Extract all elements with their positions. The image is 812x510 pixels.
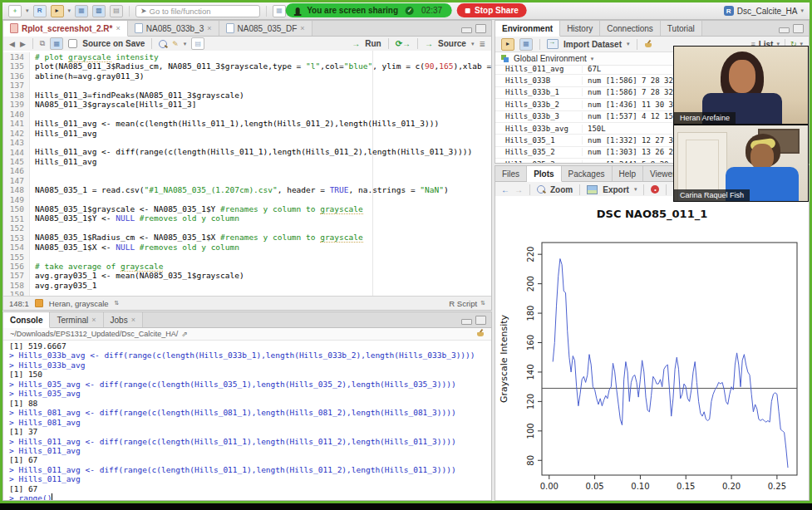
source-caret-icon[interactable]: ▾ [471,41,475,47]
import-caret-icon[interactable]: ▾ [627,41,630,47]
environment-tabbar: Environment History Connections Tutorial [495,21,809,37]
open-directory-icon[interactable]: ⇗ [181,330,188,338]
y-tick-label: 220 [526,247,535,262]
load-workspace-icon[interactable]: ▸ [501,38,514,51]
maximize-pane-icon[interactable] [793,24,804,33]
plot-title: DSC NAO85_011_1 [495,208,809,220]
minimize-pane-icon[interactable] [461,319,472,325]
file-type-selector[interactable]: R Script [449,299,477,308]
close-tab-icon[interactable]: × [131,316,135,324]
console-line: [1] 519.6667 [9,341,485,351]
code-line [35,138,491,147]
tab-na085-035-df[interactable]: NA085_035_DF × [219,21,312,36]
tab-na085-033b-3[interactable]: NA085_033b_3 × [128,21,219,36]
console-line: > Hills_035_avg <- diff(range(c(length(H… [9,380,485,389]
close-tab-icon[interactable]: × [116,24,120,32]
code-lines: # plot grayscale intensityplot(NA085_011… [35,52,491,297]
goto-icon: ➤ [140,7,147,15]
print-icon[interactable]: ▤ [110,5,123,17]
remove-plot-icon[interactable]: • [651,185,659,194]
code-line: Hills_011_avg <- mean(c(length(Hills_011… [35,119,491,128]
code-line: NA085_035_1$grayscale <- NA085_035_1$Y #… [35,204,491,213]
tab-label: NA085_035_DF [238,24,298,33]
tab-plots[interactable]: Plots [527,166,561,182]
tab-help[interactable]: Help [613,166,644,181]
open-file-icon[interactable]: ▸ [51,5,64,17]
new-file-caret-icon[interactable]: ▾ [26,7,29,14]
zoom-plot-icon [537,185,545,194]
close-tab-icon[interactable]: × [207,24,211,32]
run-button[interactable]: Run [365,39,381,48]
clear-console-icon[interactable] [476,329,485,337]
tab-history[interactable]: History [560,21,600,36]
save-workspace-icon[interactable]: ▦ [519,38,533,51]
tab-rplot-screenshot[interactable]: Rplot_screenshot_2.R* × [3,21,128,37]
project-menu[interactable]: R Dsc_Calcite_HA ▾ [724,6,804,16]
environment-cubes-icon [501,55,509,63]
toolbar-separator [129,6,130,17]
export-plot-button[interactable]: Export [603,185,629,194]
minimize-pane-icon[interactable] [461,27,472,33]
new-file-icon[interactable]: ＋ [8,5,22,17]
code-tools-icon[interactable]: ✎ [172,40,179,48]
tab-environment[interactable]: Environment [495,21,560,37]
filetype-caret-icon: ⇅ [480,300,485,306]
console-line: [1] 150 [9,370,485,379]
share-status-pill: You are screen sharing ✓ 02:37 [285,3,452,17]
console-output[interactable]: [1] 519.6667> Hills_033b_avg <- diff(ran… [3,340,491,500]
code-editor[interactable]: 1341351361371381391401411421431441451461… [3,51,491,297]
open-recent-caret-icon[interactable]: ▾ [68,7,71,14]
maximize-pane-icon[interactable] [475,316,486,325]
webcam-video-heran[interactable]: Heran Arefaine [673,46,809,125]
export-caret-icon[interactable]: ▾ [634,186,637,193]
save-all-icon[interactable]: ▩ [92,5,106,17]
tab-files[interactable]: Files [495,166,527,181]
code-line: NA085_035_1$Radius_cm <- NA085_035_1$X #… [35,233,491,242]
webcam-video-carina[interactable]: Carina Raquel Fish [673,125,809,202]
code-line [35,176,491,185]
tab-terminal[interactable]: Terminal × [50,312,103,327]
save-doc-icon[interactable]: ▦ [50,37,63,50]
new-project-icon[interactable]: R [33,5,47,17]
close-tab-icon[interactable]: × [300,24,304,32]
addins-grid-icon[interactable]: ▦ [273,5,286,17]
import-dataset-button[interactable]: Import Dataset [563,40,622,49]
section-navigator[interactable]: Heran, grayscale [49,299,109,308]
goto-file-input[interactable]: ➤ Go to file/function [135,5,260,17]
scope-selector[interactable]: Global Environment [514,54,587,63]
shield-check-icon: ✓ [406,7,414,15]
tab-connections[interactable]: Connections [600,21,661,36]
console-line: [1] 67 [9,455,485,464]
previous-plot-icon[interactable]: ← [501,185,509,194]
tab-console[interactable]: Console [3,312,50,328]
scope-caret-icon[interactable]: ▾ [591,56,594,62]
source-on-save-checkbox[interactable] [68,39,77,48]
minimize-pane-icon[interactable] [779,27,790,33]
back-icon[interactable]: ◀ [9,40,15,48]
tab-tutorial[interactable]: Tutorial [661,21,702,36]
y-tick-label: 180 [526,306,535,321]
console-line: > Hills_081_avg [9,418,485,427]
plots-pane: Files Plots Packages Help Viewer ← → Zoo… [495,165,810,501]
close-tab-icon[interactable]: × [91,316,96,324]
run-arrow-icon: → [352,39,360,48]
code-tools-caret-icon[interactable]: ▾ [184,41,187,47]
import-dataset-icon [547,39,559,49]
screen-share-border: ＋▾ R ▸▾ ▦ ▩ ▤ ➤ Go to file/function ▦▾ A… [0,0,812,510]
line-number-gutter: 1341351361371381391401411421431441451461… [3,52,30,297]
stop-share-button[interactable]: Stop Share [457,3,527,17]
maximize-pane-icon[interactable] [475,24,486,33]
save-icon[interactable]: ▦ [75,5,88,17]
tab-jobs[interactable]: Jobs × [104,312,143,327]
source-button[interactable]: Source [438,39,466,48]
forward-icon[interactable]: ▶ [20,40,26,48]
find-icon[interactable] [159,40,167,48]
zoom-plot-button[interactable]: Zoom [550,185,573,194]
outline-icon[interactable]: ≣ [479,40,485,48]
compile-report-icon[interactable]: ▤ [191,37,204,50]
clear-environment-icon[interactable] [644,40,652,48]
popout-icon[interactable]: ⧉ [40,39,45,48]
rerun-icon[interactable]: ⟳→ [396,39,411,48]
console-line: > range() [9,493,485,500]
tab-packages[interactable]: Packages [562,166,613,181]
